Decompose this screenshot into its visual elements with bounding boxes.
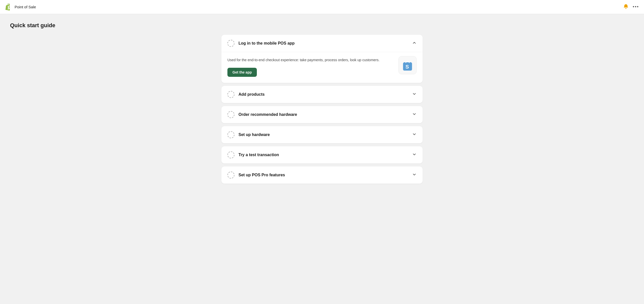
step-circle-login [227, 40, 234, 47]
shopify-app-icon: S [401, 59, 414, 71]
step-circle-hardware-order [227, 111, 234, 118]
accordion-description-login: Used for the end-to-end checkout experie… [227, 57, 393, 63]
step-circle-hardware-setup [227, 131, 234, 138]
accordion-container: Log in to the mobile POS app Used for th… [221, 35, 423, 184]
notifications-bell-icon[interactable] [623, 4, 629, 10]
accordion-header-login[interactable]: Log in to the mobile POS app [221, 35, 423, 52]
accordion-title-products: Add products [238, 92, 408, 97]
accordion-title-login: Log in to the mobile POS app [238, 41, 408, 46]
step-circle-pos-pro [227, 172, 234, 179]
accordion-header-pos-pro[interactable]: Set up POS Pro features [221, 166, 423, 184]
accordion-item-products: Add products [221, 86, 423, 103]
shopify-app-icon-container: S [398, 56, 417, 74]
accordion-title-test-transaction: Try a test transaction [238, 153, 408, 157]
chevron-down-icon-products [412, 92, 417, 97]
accordion-header-products[interactable]: Add products [221, 86, 423, 103]
accordion-title-hardware-order: Order recommended hardware [238, 112, 408, 117]
step-circle-test-transaction [227, 151, 234, 158]
svg-text:S: S [406, 64, 409, 70]
accordion-item-pos-pro: Set up POS Pro features [221, 166, 423, 184]
page-title: Quick start guide [10, 22, 634, 29]
shopify-logo-icon [5, 4, 12, 11]
chevron-down-icon-hardware-order [412, 112, 417, 117]
chevron-down-icon-pos-pro [412, 172, 417, 178]
accordion-header-hardware-order[interactable]: Order recommended hardware [221, 106, 423, 123]
accordion-item-hardware-order: Order recommended hardware [221, 106, 423, 123]
chevron-up-icon [412, 41, 417, 46]
accordion-body-text-login: Used for the end-to-end checkout experie… [227, 52, 393, 77]
accordion-body-login: Used for the end-to-end checkout experie… [221, 52, 423, 83]
accordion-header-test-transaction[interactable]: Try a test transaction [221, 146, 423, 163]
accordion-item-test-transaction: Try a test transaction [221, 146, 423, 163]
topbar-left: Point of Sale [5, 4, 36, 11]
topbar-right: ••• [623, 4, 639, 10]
accordion-title-pos-pro: Set up POS Pro features [238, 173, 408, 177]
accordion-title-hardware-setup: Set up hardware [238, 132, 408, 137]
app-title: Point of Sale [15, 5, 36, 9]
more-options-icon[interactable]: ••• [633, 4, 639, 10]
accordion-item-hardware-setup: Set up hardware [221, 126, 423, 143]
step-circle-products [227, 91, 234, 98]
get-app-button[interactable]: Get the app [227, 68, 257, 77]
chevron-down-icon-test-transaction [412, 152, 417, 158]
topbar: Point of Sale ••• [0, 0, 644, 14]
accordion-item-login: Log in to the mobile POS app Used for th… [221, 35, 423, 83]
accordion-header-hardware-setup[interactable]: Set up hardware [221, 126, 423, 143]
page-content: Quick start guide Log in to the mobile P… [0, 14, 644, 192]
chevron-down-icon-hardware-setup [412, 132, 417, 138]
